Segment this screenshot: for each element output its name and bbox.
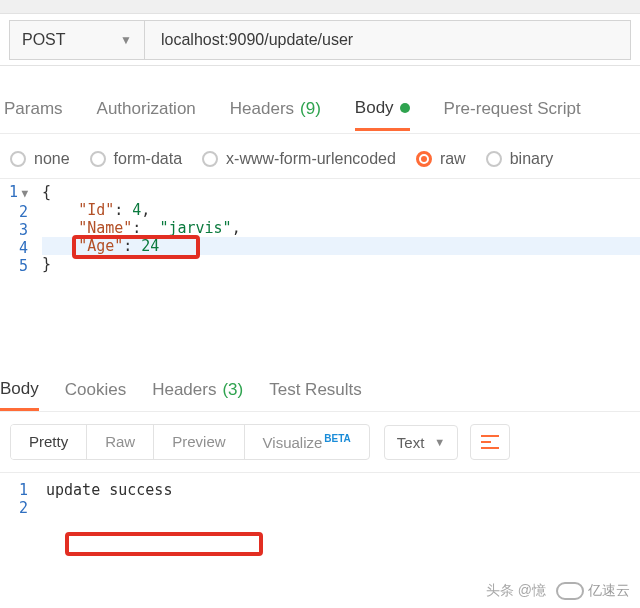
radio-icon <box>90 151 106 167</box>
radio-form-data[interactable]: form-data <box>90 150 182 168</box>
chevron-down-icon: ▼ <box>120 33 132 47</box>
mode-preview[interactable]: Preview <box>153 425 243 459</box>
url-value: localhost:9090/update/user <box>161 31 353 49</box>
radio-icon <box>10 151 26 167</box>
url-input[interactable]: localhost:9090/update/user <box>145 20 631 60</box>
response-tab-headers[interactable]: Headers (3) <box>152 380 243 409</box>
radio-icon <box>202 151 218 167</box>
editor-code: { "Id": 4, "Name": "jarvis", "Age": 24 } <box>34 179 640 368</box>
response-code: update success <box>34 477 172 517</box>
radio-raw[interactable]: raw <box>416 150 466 168</box>
mode-raw[interactable]: Raw <box>86 425 153 459</box>
response-tab-testresults[interactable]: Test Results <box>269 380 362 409</box>
radio-urlencoded[interactable]: x-www-form-urlencoded <box>202 150 396 168</box>
radio-none[interactable]: none <box>10 150 70 168</box>
status-dot-icon <box>400 103 410 113</box>
tab-prerequest[interactable]: Pre-request Script <box>444 99 581 129</box>
cloud-icon <box>556 582 584 600</box>
request-body-editor[interactable]: 1 ▼ 2 3 4 5 { "Id": 4, "Name": "jarvis",… <box>0 178 640 368</box>
radio-binary[interactable]: binary <box>486 150 554 168</box>
wrap-icon <box>481 435 499 449</box>
mode-pretty[interactable]: Pretty <box>11 425 86 459</box>
tab-body[interactable]: Body <box>355 98 410 131</box>
response-tabs: Body Cookies Headers (3) Test Results <box>0 368 640 412</box>
response-format-select[interactable]: Text ▼ <box>384 425 458 460</box>
window-topbar <box>0 0 640 14</box>
method-label: POST <box>22 31 66 49</box>
watermark-toutiao: 头条 @憶 <box>486 582 546 600</box>
tab-authorization[interactable]: Authorization <box>97 99 196 129</box>
response-gutter: 1 2 <box>0 477 34 517</box>
highlight-annotation <box>65 532 263 556</box>
radio-icon <box>486 151 502 167</box>
request-row: POST ▼ localhost:9090/update/user <box>0 14 640 66</box>
watermark-ysy: 亿速云 <box>556 582 630 600</box>
tab-headers[interactable]: Headers (9) <box>230 99 321 129</box>
body-type-radios: none form-data x-www-form-urlencoded raw… <box>0 134 640 178</box>
request-tabs: Params Authorization Headers (9) Body Pr… <box>0 66 640 134</box>
response-tab-body[interactable]: Body <box>0 379 39 411</box>
response-body-editor[interactable]: 1 2 update success <box>0 472 640 517</box>
mode-visualize[interactable]: VisualizeBETA <box>244 425 369 459</box>
response-mode-bar: Pretty Raw Preview VisualizeBETA <box>10 424 370 460</box>
response-tab-cookies[interactable]: Cookies <box>65 380 126 409</box>
tab-params[interactable]: Params <box>4 99 63 129</box>
http-method-select[interactable]: POST ▼ <box>9 20 145 60</box>
editor-gutter: 1 ▼ 2 3 4 5 <box>0 179 34 368</box>
highlight-annotation <box>72 235 200 259</box>
radio-icon <box>416 151 432 167</box>
beta-badge: BETA <box>324 433 350 444</box>
response-toolbar: Pretty Raw Preview VisualizeBETA Text ▼ <box>0 412 640 472</box>
wrap-lines-button[interactable] <box>470 424 510 460</box>
headers-count: (9) <box>300 99 321 119</box>
watermark: 头条 @憶 亿速云 <box>486 582 630 600</box>
chevron-down-icon: ▼ <box>434 436 445 448</box>
response-headers-count: (3) <box>222 380 243 400</box>
